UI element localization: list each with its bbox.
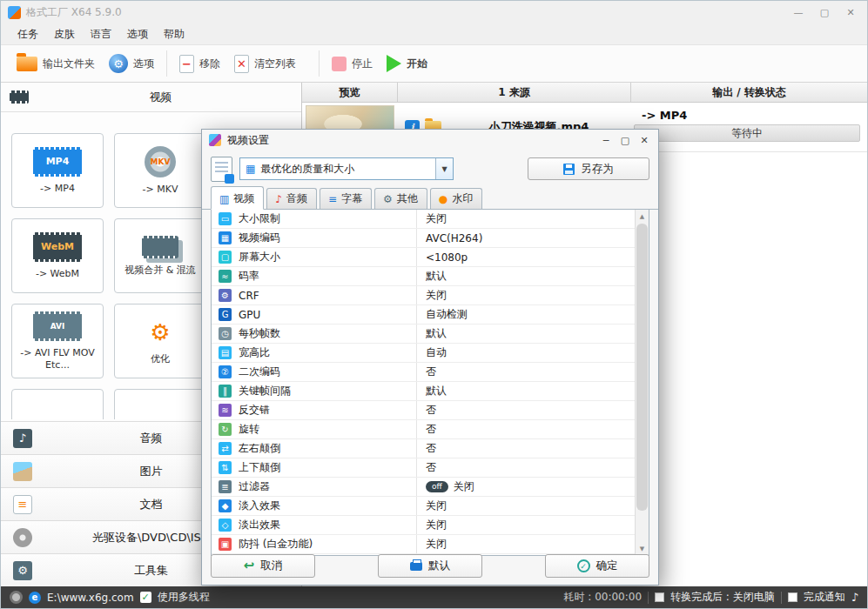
setting-row[interactable]: ▢ 屏幕大小 <1080p: [212, 248, 635, 267]
save-as-button[interactable]: 另存为: [528, 157, 649, 180]
tab-watermark[interactable]: ● 水印: [430, 188, 482, 209]
scrollbar-thumb[interactable]: [636, 224, 648, 511]
setting-value[interactable]: 否: [426, 460, 436, 475]
setting-value[interactable]: 默认: [426, 384, 447, 398]
profile-select[interactable]: ▦ 最优化的质量和大小 ▼: [239, 157, 454, 180]
setting-value[interactable]: 关闭: [426, 211, 447, 226]
setting-value[interactable]: 关闭: [426, 288, 447, 303]
setting-value[interactable]: 关闭: [426, 537, 447, 552]
multithread-label: 使用多线程: [158, 590, 210, 605]
setting-row[interactable]: ⇄ 左右颠倒 否: [212, 439, 635, 458]
close-button[interactable]: ✕: [838, 3, 864, 22]
menu-options[interactable]: 选项: [119, 25, 156, 44]
setting-row[interactable]: ≋ 反交错 否: [212, 401, 635, 420]
setting-label: GPU: [239, 309, 416, 321]
setting-row[interactable]: ◆ 淡入效果 关闭: [212, 497, 635, 516]
setting-value[interactable]: 否: [426, 441, 436, 456]
column-output-state[interactable]: 输出 / 转换状态: [631, 83, 867, 102]
setting-row[interactable]: ⇅ 上下颠倒 否: [212, 458, 635, 478]
setting-value[interactable]: 自动检测: [426, 307, 468, 322]
menu-task[interactable]: 任务: [10, 25, 46, 44]
setting-row[interactable]: ‖ 关键帧间隔 默认: [212, 382, 635, 401]
format-card-label: -> MP4: [40, 183, 75, 195]
setting-row[interactable]: ◷ 每秒帧数 默认: [212, 325, 635, 344]
maximize-button[interactable]: ▢: [811, 3, 838, 22]
setting-row[interactable]: ◇ 淡出效果 关闭: [212, 516, 635, 535]
setting-row[interactable]: ↻ 旋转 否: [212, 420, 635, 439]
minimize-button[interactable]: —: [785, 3, 811, 22]
format-card[interactable]: [114, 389, 206, 419]
scroll-up-icon[interactable]: ▲: [636, 210, 649, 223]
format-card-webm[interactable]: WebM -> WebM: [11, 218, 104, 293]
cancel-button[interactable]: ↩ 取消: [211, 554, 315, 578]
setting-row[interactable]: ▣ 防抖 (白金功能) 关闭: [212, 535, 635, 554]
site-icon: e: [29, 592, 41, 604]
setting-row[interactable]: ≈ 码率 默认: [212, 267, 635, 286]
output-folder-label: 输出文件夹: [43, 57, 95, 71]
menu-skin[interactable]: 皮肤: [46, 25, 83, 44]
setting-value[interactable]: 默认: [426, 326, 447, 341]
tab-video[interactable]: ▥ 视频: [211, 186, 264, 210]
options-button[interactable]: ⚙ 选项: [102, 50, 161, 77]
setting-value[interactable]: 默认: [426, 269, 447, 284]
setting-row[interactable]: ⚙ CRF 关闭: [212, 286, 635, 305]
notify-checkbox[interactable]: [788, 592, 797, 602]
tab-subtitle[interactable]: ≡ 字幕: [320, 188, 372, 209]
setting-row[interactable]: ② 二次编码 否: [212, 363, 635, 382]
setting-value[interactable]: 关闭: [426, 518, 447, 532]
setting-row[interactable]: ▤ 宽高比 自动: [212, 344, 635, 363]
setting-row[interactable]: G GPU 自动检测: [212, 305, 635, 325]
setting-row[interactable]: ▦ 视频编码 AVC(H264): [212, 229, 635, 248]
output-folder-button[interactable]: 输出文件夹: [10, 52, 102, 76]
default-button[interactable]: 默认: [378, 554, 482, 578]
setting-value[interactable]: 关闭: [454, 479, 474, 494]
site-path[interactable]: E:\www.x6g.com: [47, 592, 134, 604]
setting-value[interactable]: 否: [426, 403, 436, 418]
stop-button[interactable]: 停止: [325, 52, 380, 76]
shutdown-checkbox[interactable]: [655, 592, 664, 602]
audio-tab-icon: ♪: [275, 193, 282, 205]
clear-list-button[interactable]: ✕ 清空列表: [227, 50, 303, 77]
setting-value[interactable]: 关闭: [426, 499, 447, 513]
elapsed-time: 耗时 : 00:00:00: [563, 590, 642, 605]
dialog-maximize-button[interactable]: ▢: [616, 132, 634, 148]
status-bar: e E:\www.x6g.com ✓ 使用多线程 耗时 : 00:00:00 转…: [1, 586, 867, 608]
format-card-mp4[interactable]: MP4 -> MP4: [11, 133, 104, 208]
setting-value[interactable]: AVC(H264): [426, 232, 482, 244]
format-card-merge[interactable]: 视频合并 & 混流: [114, 218, 206, 293]
dialog-title-bar[interactable]: 视频设置 ─ ▢ ✕: [202, 130, 658, 151]
tab-other[interactable]: ⚙ 其他: [374, 188, 427, 209]
scroll-down-icon[interactable]: ▼: [636, 542, 649, 555]
setting-row[interactable]: ▭ 大小限制 关闭: [212, 210, 635, 229]
deinterlace-icon: ≋: [219, 404, 232, 417]
menu-help[interactable]: 帮助: [156, 25, 192, 44]
column-source[interactable]: 1 来源: [398, 83, 631, 102]
setting-row[interactable]: ≣ 过滤器 off 关闭: [212, 478, 635, 497]
format-card[interactable]: [11, 389, 104, 419]
start-button[interactable]: 开始: [380, 50, 434, 77]
multithread-check-icon[interactable]: ✓: [140, 592, 151, 603]
menu-language[interactable]: 语言: [83, 25, 119, 44]
column-preview[interactable]: 预览: [302, 83, 398, 102]
setting-value[interactable]: <1080p: [426, 251, 468, 264]
statusbar-separator: [648, 592, 649, 604]
setting-value[interactable]: 自动: [426, 345, 447, 360]
task-list-header: 预览 1 来源 输出 / 转换状态: [302, 83, 867, 103]
dialog-minimize-button[interactable]: ─: [597, 132, 615, 148]
notify-sound-icon[interactable]: ♪: [851, 591, 858, 604]
settings-scrollbar[interactable]: ▲ ▼: [635, 210, 649, 555]
setting-value[interactable]: 否: [426, 365, 436, 379]
remove-button[interactable]: − 移除: [172, 50, 227, 77]
mp4-format-icon: MP4: [33, 147, 82, 177]
ok-button[interactable]: ✓ 确定: [545, 554, 649, 578]
format-card-mkv[interactable]: MKV -> MKV: [114, 133, 206, 208]
tab-audio[interactable]: ♪ 音频: [266, 188, 317, 209]
setting-value[interactable]: 否: [426, 422, 436, 437]
avi-format-icon: AVI: [33, 311, 82, 341]
format-card-optimize[interactable]: ⚙ 优化: [114, 304, 206, 378]
format-card-label: -> MKV: [143, 184, 178, 196]
format-card-avi[interactable]: AVI -> AVI FLV MOV Etc...: [11, 304, 104, 378]
chevron-down-icon[interactable]: ▼: [435, 158, 453, 179]
dialog-close-button[interactable]: ✕: [636, 132, 653, 148]
video-section-header[interactable]: 视频: [1, 83, 301, 112]
